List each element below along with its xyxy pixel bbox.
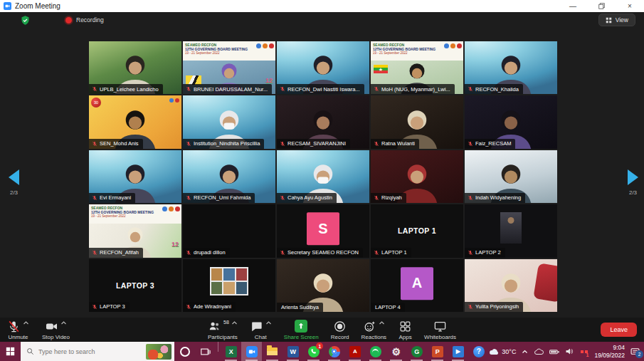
view-button[interactable]: View (598, 14, 635, 26)
participant-tile[interactable]: Evi Ermayani (89, 150, 181, 203)
toolbar-button-label: Apps (398, 334, 411, 340)
next-page-arrow-icon[interactable] (628, 169, 638, 185)
participant-tile[interactable]: Indah Widyahening (465, 150, 557, 203)
unmute-button[interactable]: Unmute (4, 318, 32, 342)
apps-button[interactable]: Apps (396, 318, 415, 342)
participant-tile[interactable]: Yulita Priyoningsih (465, 259, 557, 312)
whiteboards-button[interactable]: Whiteboards (421, 318, 459, 342)
mic-muted-icon (186, 86, 191, 92)
participant-name-tag: SEN_Mohd Anis (89, 139, 143, 149)
participant-name: Arienta Sudibya (281, 305, 319, 310)
spotify-taskbar-icon[interactable] (365, 342, 386, 361)
get-help-taskbar-icon[interactable]: ? (468, 342, 489, 361)
participant-tile[interactable]: 30SEN_Mohd Anis (89, 95, 181, 148)
participant-tile[interactable]: RECFON_Umi Fahmida (183, 150, 275, 203)
cortana-button[interactable] (174, 342, 195, 361)
leave-button[interactable]: Leave (601, 323, 637, 337)
participant-tile[interactable]: RECSAM_SIVARANJINI (277, 95, 369, 148)
excel-taskbar-icon[interactable]: X (221, 342, 241, 361)
participant-tile[interactable]: Cahya Ayu Agustin (277, 150, 369, 203)
video-gallery-grid: UPLB_Leichee LandichoSEAMEO RECFON12TH G… (89, 41, 557, 312)
window-controls: — × (559, 0, 644, 12)
participant-name-tag: Evi Ermayani (89, 193, 135, 203)
participant-tile[interactable]: Ade Wiradnyani (183, 259, 275, 312)
chevron-up-icon[interactable] (231, 320, 238, 328)
stop-video-button[interactable]: Stop Video (39, 318, 73, 342)
participant-name: MoH (NUG, Myanmar)_Lwi... (381, 87, 450, 93)
seasonal-doodle-image[interactable] (146, 344, 171, 360)
battery-icon[interactable] (549, 348, 559, 355)
share-screen-button[interactable]: Share Screen (281, 318, 322, 342)
minimize-icon[interactable]: — (559, 0, 587, 12)
recording-indicator[interactable]: Recording (65, 16, 104, 23)
window-title: Zoom Meeting (15, 2, 60, 10)
encryption-shield-icon[interactable] (20, 15, 31, 28)
participants-button[interactable]: 58Participants (205, 318, 241, 342)
search-input[interactable] (38, 348, 142, 355)
task-view-taskbar-icon[interactable] (195, 342, 216, 361)
participant-tile[interactable]: RECFON_Dwi Nastiti Iswara... (277, 41, 369, 94)
participant-name: LAPTOP 4 (375, 305, 401, 310)
participant-tile[interactable]: SEAMEO RECFON12TH GOVERNING BOARD MEETIN… (89, 204, 181, 257)
reactions-button[interactable]: Reactions (359, 318, 390, 342)
participant-tile[interactable]: Ratna Wulanti (371, 95, 463, 148)
stop-video-icon (45, 320, 58, 335)
participant-tile[interactable]: LAPTOP 2 (465, 204, 557, 257)
taskbar-clock[interactable]: 9:04 19/09/2022 (594, 344, 625, 359)
recording-tray-icon[interactable]: 1 (579, 347, 588, 356)
zoom-taskbar-icon[interactable] (241, 342, 262, 361)
chrome-taskbar-icon[interactable] (324, 342, 344, 361)
word-taskbar-icon[interactable]: W (283, 342, 303, 361)
chevron-up-icon[interactable] (379, 320, 385, 328)
participant-tile[interactable]: SEAMEO RECFON12TH GOVERNING BOARD MEETIN… (371, 41, 463, 94)
chevron-up-icon[interactable] (60, 320, 67, 328)
close-icon[interactable]: × (616, 0, 644, 12)
action-center-button[interactable]: 2 (630, 347, 640, 356)
participant-tile[interactable]: SEAMEO RECFON12TH GOVERNING BOARD MEETIN… (183, 41, 275, 94)
mic-muted-icon (374, 141, 379, 147)
acrobat-taskbar-icon[interactable]: A (344, 342, 365, 361)
settings-taskbar-icon[interactable]: ⚙ (386, 342, 406, 361)
participant-tile[interactable]: LAPTOP 3LAPTOP 3 (89, 259, 181, 312)
powerpoint-taskbar-icon[interactable]: P (427, 342, 448, 361)
participant-tile[interactable]: Rizqiyah (371, 150, 463, 203)
participant-tile[interactable]: drupadi dillon (183, 204, 275, 257)
participant-name: Indah Widyahening (475, 195, 521, 201)
participant-tile[interactable]: LAPTOP 1LAPTOP 1 (371, 204, 463, 257)
participant-tile[interactable]: Institution_Nindhita Priscillia (183, 95, 275, 148)
google-app-taskbar-icon[interactable]: G (406, 342, 427, 361)
toolbar-button-label: Record (331, 334, 349, 340)
maximize-icon[interactable] (587, 0, 616, 12)
record-button[interactable]: Record (328, 318, 352, 342)
participant-name: Secretary SEAMEO RECFON (287, 250, 359, 256)
participant-name-tag: LAPTOP 2 (465, 248, 505, 258)
mic-muted-icon (468, 250, 473, 256)
chevron-up-icon[interactable] (23, 320, 29, 328)
avatar: S (307, 213, 339, 246)
participant-tile[interactable]: ALAPTOP 4 (371, 259, 463, 312)
participant-tile[interactable]: Faiz_RECSAM (465, 95, 557, 148)
participant-name: BRUNEI DARUSSALAM_Nur... (194, 87, 268, 93)
participant-tile[interactable]: Arienta Sudibya (277, 259, 369, 312)
start-button[interactable] (0, 342, 21, 361)
prev-page-arrow-icon[interactable] (9, 169, 19, 185)
chevron-up-icon[interactable] (265, 320, 272, 328)
weather-widget[interactable]: 30°C (489, 348, 516, 355)
participant-tile[interactable]: UPLB_Leichee Landicho (89, 41, 181, 94)
participant-name: Ratna Wulanti (381, 141, 415, 147)
file-explorer-taskbar-icon[interactable] (262, 342, 283, 361)
taskbar-search[interactable] (21, 342, 174, 361)
cloud-icon (489, 348, 499, 355)
participant-tile[interactable]: SSecretary SEAMEO RECFON (277, 204, 369, 257)
mic-muted-icon (468, 304, 473, 310)
onedrive-icon[interactable] (534, 348, 544, 355)
speaker-icon[interactable] (565, 347, 574, 355)
search-icon (26, 347, 34, 355)
movies-tv-taskbar-icon[interactable]: ▶ (448, 342, 468, 361)
participant-tile[interactable]: RECFON_Khalida (465, 41, 557, 94)
participant-name-tag: LAPTOP 4 (371, 303, 405, 313)
show-hidden-icons-chevron[interactable] (522, 349, 528, 355)
whatsapp-taskbar-icon[interactable]: 1 (303, 342, 324, 361)
participant-name-tag: RECFON_Dwi Nastiti Iswara... (277, 84, 364, 94)
chat-button[interactable]: Chat (247, 318, 275, 342)
